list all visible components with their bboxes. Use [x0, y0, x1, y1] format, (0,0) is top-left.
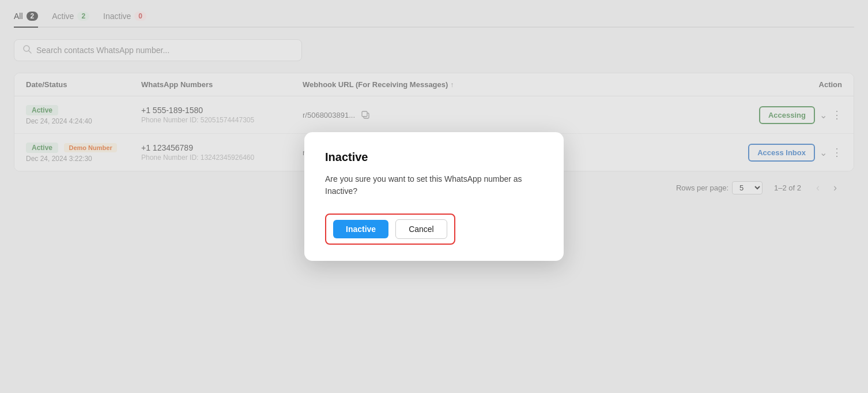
main-container: All 2 Active 2 Inactive 0 Date/Status — [0, 0, 868, 393]
confirm-inactive-button[interactable]: Inactive — [333, 220, 388, 238]
dialog-title: Inactive — [325, 151, 543, 164]
inactive-dialog: Inactive Are you sure you want to set th… — [304, 132, 564, 261]
dialog-actions: Inactive Cancel — [325, 214, 455, 245]
cancel-button[interactable]: Cancel — [395, 219, 447, 239]
dialog-body: Are you sure you want to set this WhatsA… — [325, 173, 543, 197]
modal-overlay: Inactive Are you sure you want to set th… — [0, 0, 868, 393]
